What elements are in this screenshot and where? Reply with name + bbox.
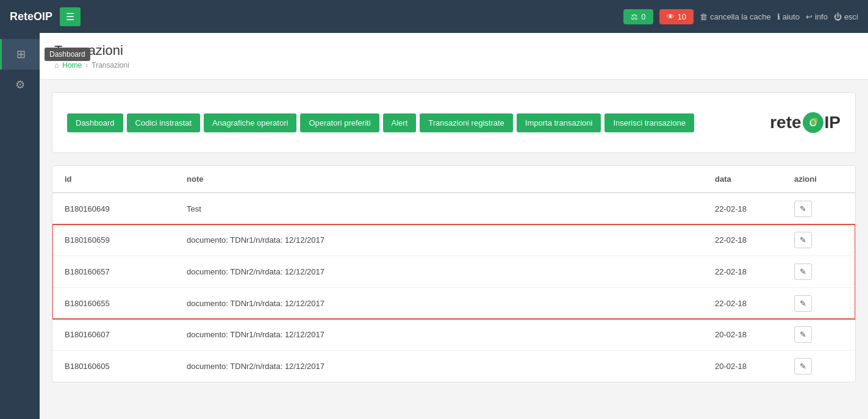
cell-note: documento: TDNr1/n/rdata: 12/12/2017	[174, 288, 703, 320]
table-row: B180160655 documento: TDNr1/n/rdata: 12/…	[52, 288, 855, 320]
top-navbar: ReteOIP ☰ ⚖ 0 👁 10 🗑 cancella la cache ℹ…	[0, 0, 868, 33]
help-icon: ℹ	[777, 12, 780, 21]
breadcrumb: ⌂ Home › Transazioni	[54, 61, 853, 70]
edit-button[interactable]: ✎	[794, 358, 812, 374]
sidebar: ⊞ Dashboard ⚙	[0, 33, 40, 395]
cell-id: B180160605	[52, 351, 174, 382]
menu-card: Dashboard Codici instrastat Anagrafiche …	[52, 92, 856, 153]
info-link[interactable]: ↩ info	[806, 12, 828, 21]
normal-rows-2: B180160607 documento: TDNr1/n/rdata: 12/…	[52, 319, 855, 382]
col-header-data: data	[703, 166, 782, 193]
content-area: Dashboard Codici instrastat Anagrafiche …	[40, 80, 868, 395]
balance-count: 0	[641, 12, 645, 21]
cell-data: 22-02-18	[703, 256, 782, 288]
cell-data: 22-02-18	[703, 193, 782, 224]
cell-id: B180160655	[52, 288, 174, 320]
table-row: B180160659 documento: TDNr1/n/rdata: 12/…	[52, 224, 855, 256]
breadcrumb-home-icon: ⌂	[54, 61, 59, 70]
exit-icon: ⏻	[834, 12, 842, 21]
balance-badge[interactable]: ⚖ 0	[623, 9, 653, 24]
info-icon: ↩	[806, 12, 812, 21]
normal-rows-1: B180160649 Test 22-02-18 ✎	[52, 193, 855, 224]
table-row: B180160657 documento: TDNr2/n/rdata: 12/…	[52, 256, 855, 288]
logo-text-before: rete	[770, 113, 801, 132]
breadcrumb-home[interactable]: Home	[62, 61, 82, 70]
cell-azioni: ✎	[782, 224, 855, 256]
cell-azioni: ✎	[782, 351, 855, 382]
highlighted-rows: B180160659 documento: TDNr1/n/rdata: 12/…	[52, 224, 855, 319]
col-header-note: note	[174, 166, 703, 193]
cell-note: Test	[174, 193, 703, 224]
breadcrumb-current: Transazioni	[91, 61, 129, 70]
edit-button[interactable]: ✎	[794, 263, 812, 280]
menu-button[interactable]: ☰	[60, 7, 81, 26]
main-content: Transazioni ⌂ Home › Transazioni Dashboa…	[40, 33, 868, 395]
cell-data: 20-02-18	[703, 319, 782, 351]
edit-button[interactable]: ✎	[794, 232, 812, 248]
sidebar-item-settings[interactable]: ⚙	[0, 70, 40, 100]
table-row: B180160649 Test 22-02-18 ✎	[52, 193, 855, 224]
btn-inserisci[interactable]: Inserisci transazione	[604, 113, 694, 132]
help-link[interactable]: ℹ aiuto	[777, 12, 800, 21]
page-header: Transazioni ⌂ Home › Transazioni	[40, 33, 868, 80]
btn-anagrafiche[interactable]: Anagrafiche operatori	[204, 113, 296, 132]
cog-icon: ⚙	[15, 78, 25, 91]
navbar-right: ⚖ 0 👁 10 🗑 cancella la cache ℹ aiuto ↩ i…	[623, 9, 858, 24]
cell-azioni: ✎	[782, 193, 855, 224]
edit-button[interactable]: ✎	[794, 295, 812, 312]
btn-transazioni-reg[interactable]: Transazioni registrate	[420, 113, 513, 132]
cell-azioni: ✎	[782, 256, 855, 288]
dashboard-tooltip: Dashboard	[45, 48, 90, 61]
menu-icon: ☰	[66, 12, 74, 22]
cell-id: B180160659	[52, 224, 174, 256]
cell-data: 20-02-18	[703, 351, 782, 382]
cell-note: documento: TDNr1/n/rdata: 12/12/2017	[174, 319, 703, 351]
btn-dashboard[interactable]: Dashboard	[67, 113, 123, 132]
logo-leaf-icon: O	[802, 111, 825, 134]
btn-alert[interactable]: Alert	[383, 113, 417, 132]
navbar-left: ReteOIP ☰	[10, 7, 81, 26]
cache-link[interactable]: 🗑 cancella la cache	[700, 12, 771, 21]
scale-icon: ⚖	[631, 12, 638, 21]
edit-button[interactable]: ✎	[794, 326, 812, 343]
eye-count: 10	[678, 12, 686, 21]
transactions-table: id note data azioni B180160649 Test 22-0…	[52, 166, 855, 382]
page-title: Transazioni	[54, 43, 853, 59]
table-row: B180160605 documento: TDNr2/n/rdata: 12/…	[52, 351, 855, 382]
grid-icon: ⊞	[16, 48, 26, 61]
eye-icon: 👁	[667, 12, 675, 21]
cell-note: documento: TDNr2/n/rdata: 12/12/2017	[174, 351, 703, 382]
cell-azioni: ✎	[782, 319, 855, 351]
exit-link[interactable]: ⏻ esci	[834, 12, 858, 21]
cell-azioni: ✎	[782, 288, 855, 320]
table-card: id note data azioni B180160649 Test 22-0…	[52, 165, 856, 382]
cell-data: 22-02-18	[703, 224, 782, 256]
cell-id: B180160607	[52, 319, 174, 351]
btn-importa[interactable]: Importa transazioni	[517, 113, 601, 132]
menu-buttons: Dashboard Codici instrastat Anagrafiche …	[67, 113, 694, 132]
table-row: B180160607 documento: TDNr1/n/rdata: 12/…	[52, 319, 855, 351]
cell-id: B180160657	[52, 256, 174, 288]
logo-area: rete O IP	[770, 111, 841, 134]
edit-button[interactable]: ✎	[794, 201, 812, 217]
breadcrumb-separator: ›	[85, 61, 88, 70]
cell-note: documento: TDNr2/n/rdata: 12/12/2017	[174, 256, 703, 288]
table-header-row: id note data azioni	[52, 166, 855, 193]
brand-logo: ReteOIP	[10, 10, 52, 23]
trash-icon: 🗑	[700, 12, 708, 21]
eye-badge[interactable]: 👁 10	[659, 9, 694, 24]
cell-note: documento: TDNr1/n/rdata: 12/12/2017	[174, 224, 703, 256]
col-header-id: id	[52, 166, 174, 193]
btn-operatori[interactable]: Operatori preferiti	[300, 113, 379, 132]
col-header-azioni: azioni	[782, 166, 855, 193]
logo-text-after: IP	[825, 113, 841, 132]
sidebar-item-dashboard[interactable]: ⊞ Dashboard	[0, 39, 40, 70]
cell-id: B180160649	[52, 193, 174, 224]
cell-data: 22-02-18	[703, 288, 782, 320]
btn-codici[interactable]: Codici instrastat	[127, 113, 200, 132]
